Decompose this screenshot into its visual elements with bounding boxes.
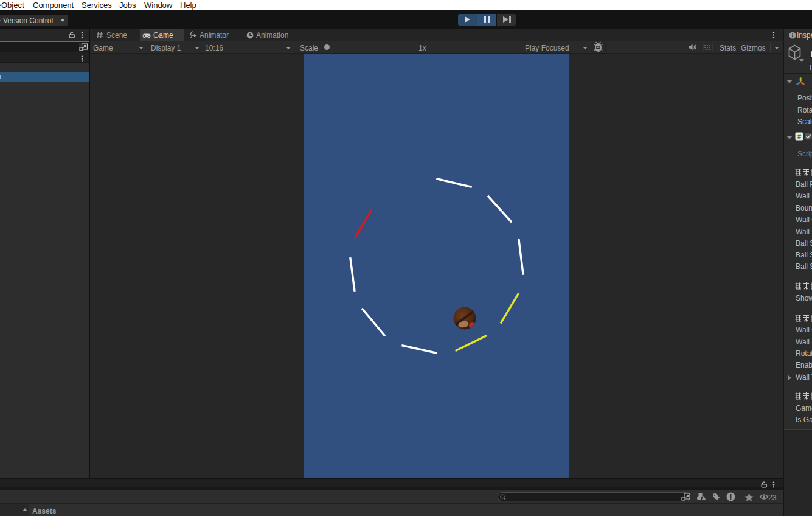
svg-text:#: # bbox=[797, 133, 801, 140]
